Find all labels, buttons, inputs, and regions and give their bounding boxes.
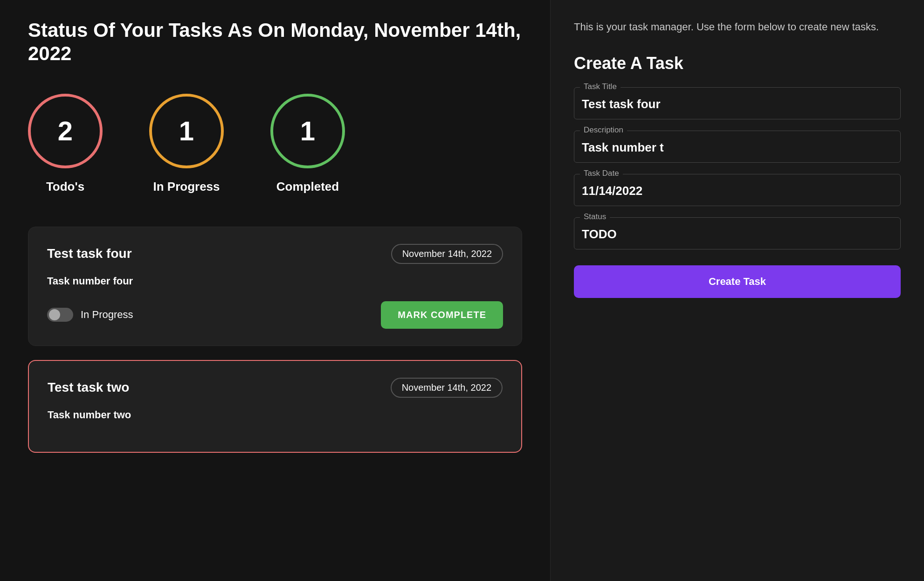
task-card-two-header: Test task two November 14th, 2022 [48,378,503,398]
status-field-wrapper: Status TODO [574,217,901,249]
task-two-date: November 14th, 2022 [391,378,503,398]
stats-row: 2 Todo's 1 In Progress 1 Completed [28,94,522,194]
task-four-description: Task number four [47,275,503,287]
main-content: Status Of Your Tasks As On Monday, Novem… [0,0,550,581]
todos-count: 2 [58,115,73,146]
status-value: TODO [582,223,893,242]
task-title-value: Test task four [582,93,893,111]
page-title: Status Of Your Tasks As On Monday, Novem… [28,19,522,66]
todos-label: Todo's [46,180,84,194]
stat-todos: 2 Todo's [28,94,103,194]
sidebar-intro: This is your task manager. Use the form … [574,19,901,35]
task-card-two: Test task two November 14th, 2022 Task n… [28,360,522,453]
task-card-four-header: Test task four November 14th, 2022 [47,244,503,264]
task-date-field-wrapper: Task Date 11/14/2022 [574,174,901,206]
todos-circle: 2 [28,94,103,168]
create-task-title: Create A Task [574,54,901,73]
task-four-status-toggle: In Progress [47,308,133,322]
in-progress-label: In Progress [153,180,220,194]
task-title-field-wrapper: Task Title Test task four [574,87,901,119]
page-layout: Status Of Your Tasks As On Monday, Novem… [0,0,924,581]
completed-circle: 1 [270,94,345,168]
task-title-label: Task Title [580,82,621,91]
task-two-description: Task number two [48,409,503,421]
task-four-title: Test task four [47,246,132,261]
completed-count: 1 [300,115,315,146]
description-field-wrapper: Description Task number t [574,131,901,163]
task-date-label: Task Date [580,169,623,178]
task-four-status-label: In Progress [81,309,133,321]
stat-completed: 1 Completed [270,94,345,194]
task-four-footer: In Progress MARK COMPLETE [47,301,503,329]
status-label: Status [580,212,610,221]
mark-complete-button-four[interactable]: MARK COMPLETE [381,301,503,329]
task-four-toggle[interactable] [47,308,73,322]
task-two-title: Test task two [48,380,129,395]
task-four-date: November 14th, 2022 [391,244,503,264]
in-progress-count: 1 [179,115,194,146]
stat-in-progress: 1 In Progress [149,94,224,194]
completed-label: Completed [276,180,339,194]
task-card-four: Test task four November 14th, 2022 Task … [28,227,522,346]
description-label: Description [580,125,627,135]
sidebar: This is your task manager. Use the form … [550,0,924,581]
task-date-value: 11/14/2022 [582,180,893,198]
description-value: Task number t [582,137,893,155]
submit-button[interactable]: Create Task [574,265,901,298]
in-progress-circle: 1 [149,94,224,168]
